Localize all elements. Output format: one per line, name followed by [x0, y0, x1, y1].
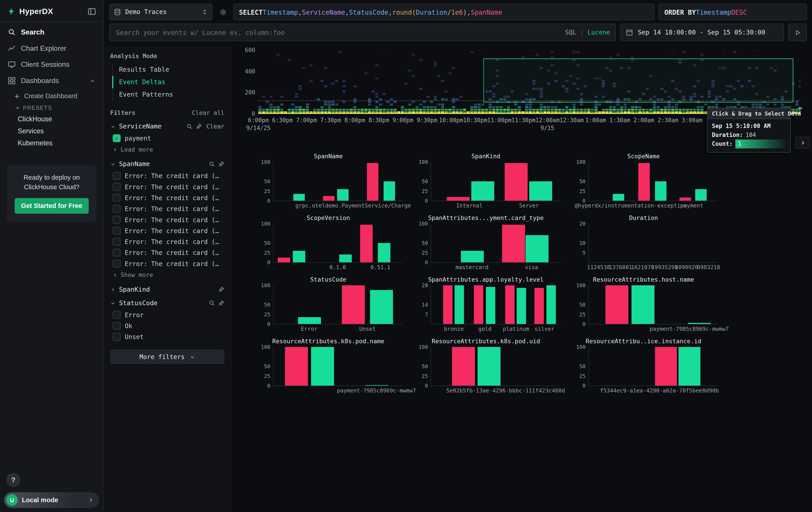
- search-filter-icon[interactable]: [209, 300, 215, 306]
- pin-filter-icon[interactable]: [218, 286, 224, 293]
- bar-pink: [606, 286, 629, 324]
- mini-chart-x-tick: mastercard: [456, 264, 489, 270]
- mini-chart-x-axis: payment-7985c8969c-mwmw7: [588, 325, 718, 332]
- search-filter-icon[interactable]: [209, 161, 215, 167]
- mini-chart-resourceattributes-host-name: ResourceAttributes.host.name10050250paym…: [565, 276, 722, 332]
- heatmap-x-tick: 11:30pm: [512, 117, 535, 124]
- checkbox[interactable]: ✓: [113, 134, 120, 142]
- source-settings-button[interactable]: [216, 6, 229, 18]
- local-mode-pill[interactable]: U Local mode: [4, 492, 99, 508]
- more-filters-button[interactable]: More filters: [110, 350, 224, 364]
- create-dashboard-button[interactable]: Create Dashboard: [0, 90, 104, 102]
- checkbox[interactable]: [113, 194, 120, 202]
- preset-dashboard-services[interactable]: Services: [0, 125, 104, 137]
- mini-chart-y-tick: 25: [253, 250, 270, 255]
- query-language-toggle: SQL | Lucene: [565, 29, 610, 36]
- mini-chart-title: Duration: [565, 214, 722, 223]
- sidebar-item-client-sessions[interactable]: Client Sessions: [0, 57, 104, 73]
- pin-filter-icon[interactable]: [218, 300, 224, 306]
- chevron-down-icon: [110, 161, 116, 167]
- mini-chart-x-tick: 1621070: [631, 264, 654, 270]
- clear-filter-link[interactable]: Clear: [206, 123, 224, 130]
- filter-checkbox-row[interactable]: ✓payment: [110, 133, 224, 143]
- next-page-button[interactable]: [795, 137, 810, 149]
- mini-chart-x-axis: bronzegoldplatinumsilver: [431, 325, 560, 332]
- sql-select-input[interactable]: SELECT Timestamp, ServiceName, StatusCod…: [233, 4, 655, 20]
- mini-chart-y-tick: 50: [568, 302, 586, 308]
- filter-checkbox-row[interactable]: Error: The credit card (…: [110, 182, 224, 192]
- bar-green: [455, 286, 464, 324]
- database-icon: [114, 8, 121, 16]
- sidebar-collapse-icon[interactable]: [88, 7, 96, 16]
- pin-filter-icon[interactable]: [218, 161, 224, 167]
- checkbox[interactable]: [113, 172, 120, 180]
- preset-dashboard-kubernetes[interactable]: Kubernetes: [0, 137, 104, 149]
- date-range-picker[interactable]: Sep 14 18:00:00 - Sep 15 05:30:00: [620, 24, 784, 42]
- sidebar-item-search[interactable]: Search: [0, 24, 104, 40]
- mini-chart-plot: 10050250: [273, 162, 402, 201]
- filter-checkbox-row[interactable]: Ok: [110, 320, 224, 331]
- checkbox[interactable]: [113, 183, 120, 191]
- bar-pink: [360, 225, 372, 262]
- mini-chart-y-tick: 50: [568, 363, 586, 369]
- mini-chart-y-tick: 50: [253, 363, 270, 369]
- heatmap-selection-rect[interactable]: [483, 58, 793, 102]
- mini-chart-plot: 10050250: [588, 347, 718, 386]
- checkbox[interactable]: [113, 333, 120, 341]
- sql-token: 1e6: [451, 8, 463, 16]
- filter-group-header-servicename[interactable]: ServiceNameClear: [110, 123, 224, 130]
- checkbox[interactable]: [113, 249, 120, 257]
- checkbox[interactable]: [113, 260, 120, 268]
- bar-pink: [278, 258, 290, 263]
- clear-all-filters-link[interactable]: Clear all: [192, 109, 224, 117]
- filter-checkbox-row[interactable]: Error: [110, 309, 224, 320]
- presets-toggle[interactable]: PRESETS: [0, 102, 104, 113]
- sidebar-item-dashboards[interactable]: Dashboards: [0, 73, 104, 89]
- filter-checkbox-row[interactable]: Error: The credit card (…: [110, 203, 224, 214]
- search-filter-icon[interactable]: [186, 123, 193, 130]
- load-more-link[interactable]: Load more: [110, 144, 224, 154]
- filter-checkbox-row[interactable]: Error: The credit card (…: [110, 225, 224, 236]
- filter-checkbox-row[interactable]: Error: The credit card (…: [110, 192, 224, 203]
- sql-mode-toggle[interactable]: SQL: [565, 29, 576, 36]
- filter-checkbox-row[interactable]: Error: The credit card (…: [110, 247, 224, 258]
- get-started-button[interactable]: Get Started for Free: [15, 198, 88, 214]
- heatmap-x-tick: 8:30pm: [369, 117, 389, 124]
- checkbox[interactable]: [113, 216, 120, 223]
- mini-chart-statuscode: StatusCode10050250ErrorUnset: [250, 276, 406, 332]
- heatmap-y-tick: 600: [238, 47, 255, 54]
- filter-checkbox-row[interactable]: Error: The credit card (…: [110, 214, 224, 225]
- show-more-link[interactable]: Show more: [110, 269, 224, 279]
- mini-chart-y-tick: 5: [568, 250, 586, 255]
- analysis-mode-event-deltas[interactable]: Event Deltas: [112, 76, 225, 88]
- lucene-mode-toggle[interactable]: Lucene: [587, 29, 610, 36]
- chart-icon: [8, 45, 16, 52]
- mini-chart-x-tick: platinum: [503, 325, 529, 332]
- help-button[interactable]: ?: [6, 473, 20, 487]
- source-select[interactable]: Demo Traces: [109, 4, 212, 20]
- filter-checkbox-row[interactable]: Unset: [110, 331, 224, 342]
- order-by-input[interactable]: ORDER BY Timestamp DESC: [659, 4, 807, 20]
- search-input[interactable]: [115, 28, 561, 37]
- analysis-mode-event-patterns[interactable]: Event Patterns: [113, 88, 224, 101]
- pin-filter-icon[interactable]: [196, 123, 202, 130]
- filter-checkbox-row[interactable]: Error: The credit card (…: [110, 170, 224, 181]
- filter-checkbox-row[interactable]: Error: The credit card (…: [110, 258, 224, 269]
- run-query-button[interactable]: [788, 24, 807, 42]
- analysis-mode-results-table[interactable]: Results Table: [113, 63, 224, 76]
- checkbox[interactable]: [113, 227, 120, 235]
- sidebar-item-chart-explorer[interactable]: Chart Explorer: [0, 40, 104, 57]
- logo-row: HyperDX: [0, 0, 104, 21]
- filter-group-header-statuscode[interactable]: StatusCode: [110, 299, 224, 307]
- filter-checkbox-row[interactable]: Error: The credit card (…: [110, 236, 224, 247]
- mini-chart-y-tick: 25: [568, 373, 586, 379]
- filter-group-header-spankind[interactable]: SpanKind: [110, 286, 224, 293]
- sql-token: ServiceName: [302, 8, 345, 16]
- monitor-icon: [8, 60, 16, 68]
- checkbox[interactable]: [113, 322, 120, 330]
- preset-dashboard-clickhouse[interactable]: ClickHouse: [0, 113, 104, 125]
- filter-group-header-spanname[interactable]: SpanName: [110, 161, 224, 168]
- checkbox[interactable]: [113, 205, 120, 213]
- checkbox[interactable]: [113, 311, 120, 319]
- checkbox[interactable]: [113, 238, 120, 246]
